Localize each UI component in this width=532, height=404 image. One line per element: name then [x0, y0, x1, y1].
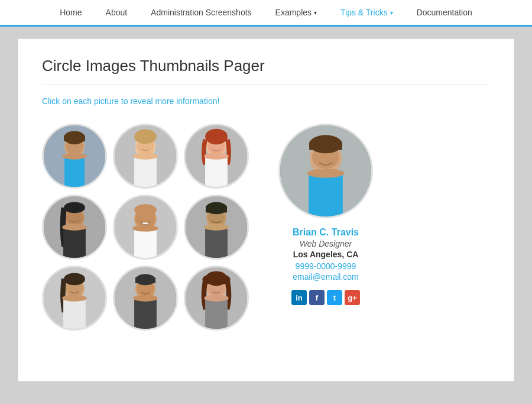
nav-admin-screenshots[interactable]: Administration Screenshots	[139, 0, 263, 26]
navigation: Home About Administration Screenshots Ex…	[0, 0, 532, 27]
profile-title: Web Designer	[300, 239, 352, 248]
nav-tips-tricks[interactable]: Tips & Tricks ▾	[329, 0, 405, 27]
facebook-icon[interactable]: f	[309, 290, 325, 305]
svg-point-6	[62, 153, 87, 159]
chevron-down-icon: ▾	[390, 9, 393, 16]
thumbnail-7[interactable]	[42, 266, 107, 331]
svg-point-22	[64, 202, 85, 213]
twitter-icon[interactable]: t	[327, 290, 342, 305]
svg-rect-36	[205, 227, 228, 258]
svg-rect-63	[309, 142, 342, 150]
svg-rect-5	[64, 156, 85, 187]
svg-rect-23	[63, 227, 86, 258]
thumbnail-5[interactable]	[113, 195, 178, 260]
svg-rect-49	[134, 298, 157, 329]
svg-rect-64	[309, 173, 343, 216]
thumbnail-2[interactable]	[113, 124, 178, 189]
profile-card: Brian C. Travis Web Designer Los Angeles…	[273, 124, 379, 305]
svg-point-43	[62, 295, 87, 301]
linkedin-icon[interactable]: in	[291, 290, 307, 305]
nav-documentation[interactable]: Documentation	[405, 0, 484, 26]
svg-rect-48	[135, 277, 155, 283]
thumbnail-6[interactable]	[184, 195, 249, 260]
profile-large-image	[278, 124, 373, 218]
svg-point-10	[134, 130, 157, 144]
thumbnail-3[interactable]	[184, 124, 249, 189]
svg-rect-35	[206, 206, 227, 212]
svg-rect-4	[64, 135, 85, 141]
chevron-down-icon: ▾	[314, 9, 317, 16]
nav-about[interactable]: About	[94, 0, 140, 26]
svg-point-18	[204, 153, 229, 159]
svg-point-12	[133, 153, 158, 159]
svg-point-37	[204, 224, 229, 230]
profile-email[interactable]: email@email.com	[293, 272, 358, 282]
instruction-text: Click on each picture to reveal more inf…	[42, 96, 490, 106]
svg-point-41	[64, 273, 85, 285]
nav-home[interactable]: Home	[48, 0, 93, 26]
profile-location: Los Angeles, CA	[293, 250, 359, 259]
thumbnail-grid	[42, 124, 249, 331]
svg-rect-11	[134, 156, 157, 187]
svg-rect-57	[205, 298, 228, 329]
svg-rect-29	[134, 228, 157, 258]
svg-point-30	[132, 225, 158, 231]
svg-point-16	[205, 129, 228, 144]
page-wrapper: Circle Images Thumbnails Pager Click on …	[18, 38, 514, 382]
thumbnail-8[interactable]	[113, 266, 178, 331]
svg-point-50	[133, 295, 158, 301]
svg-point-28	[134, 204, 157, 215]
thumbnail-4[interactable]	[42, 195, 107, 260]
svg-point-24	[62, 224, 87, 230]
thumbnail-1[interactable]	[42, 124, 107, 189]
svg-point-58	[204, 295, 229, 301]
content-area: Brian C. Travis Web Designer Los Angeles…	[42, 124, 490, 331]
thumbnail-9[interactable]	[184, 266, 249, 331]
svg-rect-17	[205, 156, 228, 187]
svg-rect-42	[63, 298, 86, 329]
page-title: Circle Images Thumbnails Pager	[42, 57, 490, 85]
nav-examples[interactable]: Examples ▾	[264, 0, 329, 26]
social-icons: in f t g+	[291, 290, 360, 305]
profile-phone[interactable]: 9999-0000-9999	[296, 261, 356, 271]
profile-name: Brian C. Travis	[293, 227, 359, 238]
svg-point-65	[307, 169, 345, 177]
googleplus-icon[interactable]: g+	[345, 290, 360, 305]
